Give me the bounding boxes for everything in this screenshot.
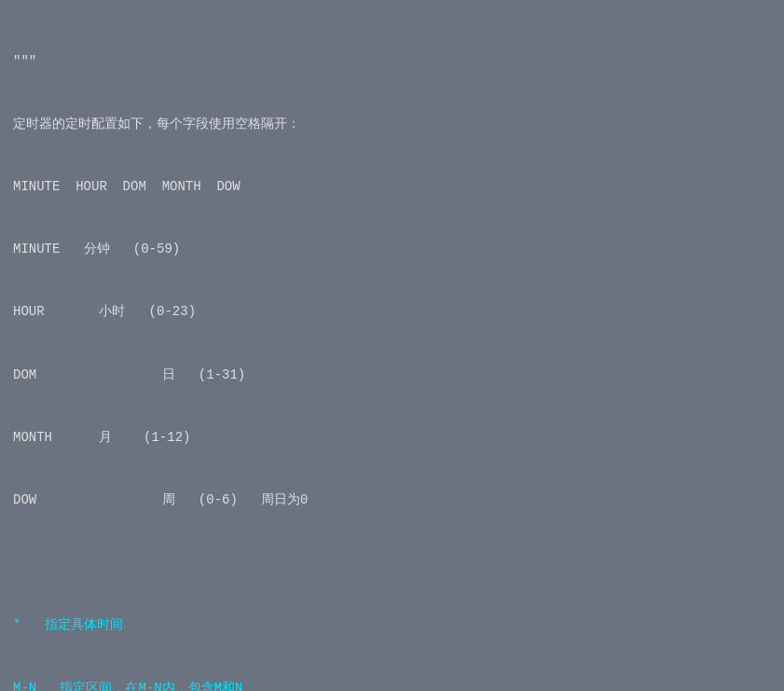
line-7: MONTH 月 (1-12) xyxy=(13,427,771,448)
line-10: * 指定具体时间 xyxy=(13,615,771,635)
line-4: MINUTE 分钟 (0-59) xyxy=(13,239,771,259)
line-1: """ xyxy=(13,51,771,72)
line-5: HOUR 小时 (0-23) xyxy=(13,301,771,322)
line-2: 定时器的定时配置如下，每个字段使用空格隔开： xyxy=(13,114,771,134)
line-3: MINUTE HOUR DOM MONTH DOW xyxy=(13,176,771,197)
line-11: M-N 指定区间，在M-N内，包含M和N xyxy=(13,678,771,692)
line-8: DOW 周 (0-6) 周日为0 xyxy=(13,490,771,510)
line-9 xyxy=(13,552,771,573)
code-block: """ 定时器的定时配置如下，每个字段使用空格隔开： MINUTE HOUR D… xyxy=(13,9,771,691)
line-6: DOM 日 (1-31) xyxy=(13,365,771,385)
